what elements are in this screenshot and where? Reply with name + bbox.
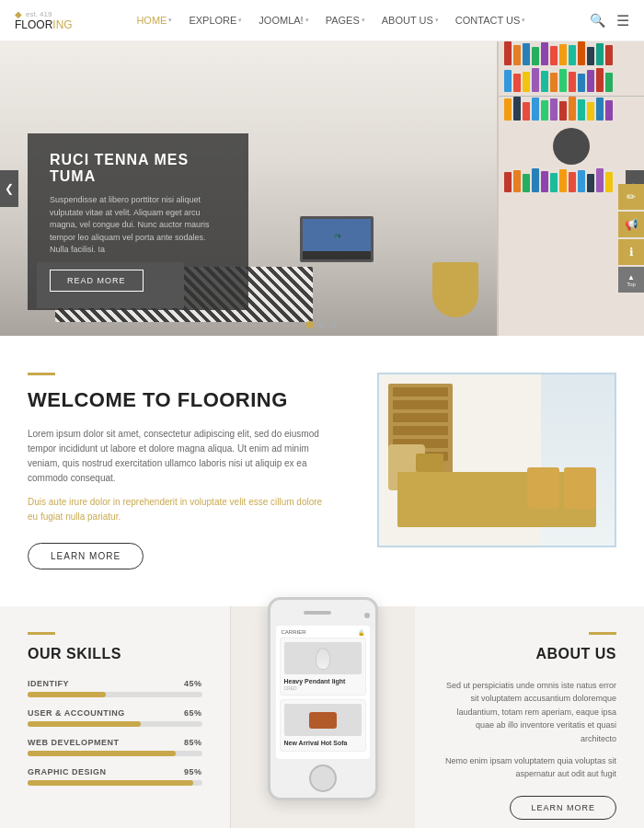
skill-identify-bar-bg xyxy=(28,692,202,697)
side-buttons: ✏ 📢 ℹ ▲ Top xyxy=(618,184,644,294)
nav-joomla[interactable]: JOOMLA! ▾ xyxy=(259,15,308,26)
hero-tv: 📺 xyxy=(300,216,374,262)
chevron-down-icon: ▾ xyxy=(238,17,242,24)
phone-home-button[interactable] xyxy=(309,765,337,792)
skill-identify-percent: 45% xyxy=(184,679,202,688)
hero-dot-2[interactable] xyxy=(318,321,326,328)
skill-web-development-percent: 85% xyxy=(184,738,202,747)
phone-card-pendant: Heavy Pendant light CRED xyxy=(280,638,366,696)
side-top-button[interactable]: ▲ Top xyxy=(618,267,644,293)
logo-floor: FLOOR xyxy=(15,18,52,31)
chevron-down-icon: ▾ xyxy=(435,17,439,24)
phone-mockup: CARRIER 🔒 Heavy Pendant light CRED xyxy=(268,597,378,800)
skill-identify: IDENTIFY 45% xyxy=(28,679,202,697)
skill-graphic-design-percent: 95% xyxy=(184,767,202,776)
skill-web-development-bar-bg xyxy=(28,751,202,756)
side-edit-button[interactable]: ✏ xyxy=(618,184,644,210)
skill-identify-label: IDENTIFY xyxy=(28,679,69,688)
skill-graphic-design-label: GRAPHIC DESIGN xyxy=(28,767,107,776)
chevron-down-icon: ▾ xyxy=(522,17,525,24)
skill-user-accounting-bar-bg xyxy=(28,721,202,727)
nav-explore[interactable]: EXPLORE ▾ xyxy=(189,15,242,26)
hero-dot-3[interactable] xyxy=(330,321,338,328)
arrow-up-icon: ▲ xyxy=(627,273,635,282)
skill-user-accounting-percent: 65% xyxy=(184,708,202,718)
hero-section: 📺 RUCI TENNA MES TUMA Suspendisse at lib… xyxy=(0,41,644,336)
chevron-down-icon: ▾ xyxy=(168,17,172,24)
welcome-accent-line xyxy=(28,373,55,375)
top-label: Top xyxy=(627,282,636,287)
skill-web-development: WEB DEVELOPMENT 85% xyxy=(28,738,202,756)
skill-user-accounting-bar-fill xyxy=(28,721,141,727)
hero-read-more-button[interactable]: READ MORE xyxy=(50,270,144,292)
welcome-paragraph-2: Duis aute irure dolor in reprehenderit i… xyxy=(28,495,331,524)
nav-home[interactable]: HOME ▾ xyxy=(136,15,172,26)
skill-web-development-label: WEB DEVELOPMENT xyxy=(28,738,120,747)
welcome-learn-more-button[interactable]: LEARN MORE xyxy=(28,543,144,569)
welcome-content: WELCOME TO FLOORING Lorem ipsum dolor si… xyxy=(28,373,331,569)
hero-dots xyxy=(306,321,338,328)
about-column: ABOUT US Sed ut perspiciatis unde omnis … xyxy=(415,606,645,828)
phone-product-image-pendant xyxy=(284,642,362,674)
phone-card-pendant-sub: CRED xyxy=(284,685,362,691)
logo-text[interactable]: FLOORING xyxy=(15,19,73,30)
main-nav: HOME ▾ EXPLORE ▾ JOOMLA! ▾ PAGES ▾ ABOUT… xyxy=(136,15,525,26)
hero-description: Suspendisse at libero porttitor nisi ali… xyxy=(50,194,226,257)
pendant-light-icon xyxy=(316,648,330,670)
about-text-2: Nemo enim ipsam voluptatem quia voluptas… xyxy=(443,754,617,781)
chevron-down-icon: ▾ xyxy=(305,17,309,24)
phone-status-bar: CARRIER 🔒 xyxy=(280,629,366,638)
header-icons: 🔍 ☰ xyxy=(590,12,629,29)
sofa-icon xyxy=(309,712,337,729)
nav-pages[interactable]: PAGES ▾ xyxy=(326,15,365,26)
hero-overlay: RUCI TENNA MES TUMA Suspendisse at liber… xyxy=(28,133,248,310)
phone-speaker xyxy=(304,611,331,615)
skills-column: OUR SKILLS IDENTIFY 45% USER & ACCOUNTIN… xyxy=(0,606,231,828)
about-text-1: Sed ut perspiciatis unde omnis iste natu… xyxy=(443,679,617,745)
phone-card-sofa-title: New Arrival Hot Sofa xyxy=(284,739,362,747)
welcome-office-image xyxy=(377,373,616,547)
skill-graphic-design-bar-bg xyxy=(28,780,202,786)
skill-graphic-design: GRAPHIC DESIGN 95% xyxy=(28,767,202,786)
side-announce-button[interactable]: 📢 xyxy=(618,212,644,237)
hero-chair xyxy=(432,262,478,317)
side-info-button[interactable]: ℹ xyxy=(618,239,644,265)
search-icon[interactable]: 🔍 xyxy=(590,13,605,28)
logo: ◆ est. 419 FLOORING xyxy=(15,10,73,30)
hero-prev-arrow[interactable]: ❮ xyxy=(0,170,18,207)
skill-identify-bar-fill xyxy=(28,692,106,697)
welcome-image xyxy=(359,373,616,566)
skill-graphic-design-bar-fill xyxy=(28,780,193,786)
welcome-title: WELCOME TO FLOORING xyxy=(28,388,331,412)
skill-web-development-bar-fill xyxy=(28,751,176,756)
about-learn-more-button[interactable]: LEARN MORE xyxy=(510,796,616,820)
skills-title: OUR SKILLS xyxy=(28,646,202,662)
hamburger-menu-icon[interactable]: ☰ xyxy=(616,12,629,29)
about-title: ABOUT US xyxy=(443,646,617,662)
logo-ring: ING xyxy=(52,18,72,31)
skills-accent-line xyxy=(28,632,55,635)
phone-card-pendant-title: Heavy Pendant light xyxy=(284,677,362,685)
phone-column: CARRIER 🔒 Heavy Pendant light CRED xyxy=(231,606,415,828)
header: ◆ est. 419 FLOORING HOME ▾ EXPLORE ▾ JOO… xyxy=(0,0,644,41)
chevron-down-icon: ▾ xyxy=(362,17,365,24)
welcome-section: WELCOME TO FLOORING Lorem ipsum dolor si… xyxy=(0,336,644,606)
skill-user-accounting-label: USER & ACCOUNTING xyxy=(28,708,125,718)
skill-user-accounting: USER & ACCOUNTING 65% xyxy=(28,708,202,727)
about-accent-line xyxy=(589,632,616,635)
phone-screen: CARRIER 🔒 Heavy Pendant light CRED xyxy=(276,626,370,759)
nav-about-us[interactable]: ABOUT US ▾ xyxy=(382,15,439,26)
hero-dot-1[interactable] xyxy=(306,321,314,328)
nav-contact-us[interactable]: CONTACT US ▾ xyxy=(455,15,526,26)
phone-product-image-sofa xyxy=(284,704,362,736)
welcome-paragraph-1: Lorem ipsum dolor sit amet, consectetur … xyxy=(28,427,331,486)
bottom-section: OUR SKILLS IDENTIFY 45% USER & ACCOUNTIN… xyxy=(0,606,644,828)
phone-card-sofa: New Arrival Hot Sofa xyxy=(280,699,366,752)
phone-camera xyxy=(364,613,370,618)
hero-title: RUCI TENNA MES TUMA xyxy=(50,152,226,185)
